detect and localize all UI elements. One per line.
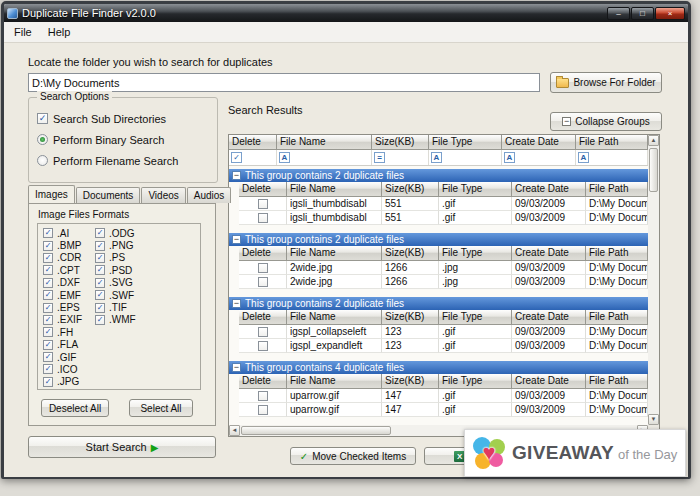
giveaway-banner[interactable]: ♥ GIVEAWAY of the Day — [464, 429, 686, 477]
checkbox-checked[interactable]: ✓ — [43, 327, 53, 337]
delete-checkbox[interactable] — [258, 263, 268, 273]
column-header-filetype[interactable]: File Type — [439, 246, 512, 261]
tab-audios[interactable]: Audios — [187, 187, 232, 203]
collapse-group-icon[interactable]: − — [232, 235, 241, 244]
delete-checkbox[interactable] — [258, 327, 268, 337]
format-item-jpg[interactable]: ✓.JPG — [43, 376, 82, 388]
column-header-filepath[interactable]: File Path — [576, 135, 648, 150]
format-item-fh[interactable]: ✓.FH — [43, 326, 82, 338]
column-header-sizekb[interactable]: Size(KB) — [382, 182, 439, 197]
checkbox-checked[interactable]: ✓ — [95, 253, 105, 263]
option-perform-binary-search[interactable]: Perform Binary Search — [37, 129, 213, 150]
column-header-filepath[interactable]: File Path — [586, 246, 648, 261]
collapse-groups-button[interactable]: − Collapse Groups — [550, 112, 662, 131]
column-header-delete[interactable]: Delete — [239, 310, 287, 325]
tab-documents[interactable]: Documents — [76, 187, 141, 203]
format-item-ico[interactable]: ✓.ICO — [43, 363, 82, 375]
format-item-exif[interactable]: ✓.EXIF — [43, 314, 82, 326]
column-header-filetype[interactable]: File Type — [439, 374, 512, 389]
filter-cell-2[interactable]: = — [372, 150, 429, 165]
tab-videos[interactable]: Videos — [141, 187, 185, 203]
column-header-delete[interactable]: Delete — [239, 182, 287, 197]
column-header-createdate[interactable]: Create Date — [512, 246, 586, 261]
column-header-sizekb[interactable]: Size(KB) — [382, 374, 439, 389]
file-row[interactable]: 2wide.jpg1266.jpg09/03/2009D:\My Docume — [239, 275, 648, 289]
filter-cell-3[interactable]: A — [429, 150, 502, 165]
column-header-filename[interactable]: File Name — [287, 182, 382, 197]
group-header-bar[interactable]: −This group contains 4 duplicate files — [229, 361, 648, 374]
file-row[interactable]: 2wide.jpg1266.jpg09/03/2009D:\My Docume — [239, 261, 648, 275]
checkbox-checked[interactable]: ✓ — [43, 377, 53, 387]
column-header-filename[interactable]: File Name — [287, 310, 382, 325]
format-item-ai[interactable]: ✓.AI — [43, 227, 82, 239]
group-header-bar[interactable]: −This group contains 2 duplicate files — [229, 233, 648, 246]
checkbox-checked[interactable]: ✓ — [43, 315, 53, 325]
checkbox-checked[interactable]: ✓ — [43, 340, 53, 350]
option-perform-filename-search[interactable]: Perform Filename Search — [37, 150, 213, 171]
format-item-ps[interactable]: ✓.PS — [95, 252, 136, 264]
column-header-sizekb[interactable]: Size(KB) — [382, 310, 439, 325]
delete-checkbox[interactable] — [258, 405, 268, 415]
checkbox-checked[interactable]: ✓ — [95, 315, 105, 325]
vertical-scrollbar[interactable]: ▲ ▼ — [648, 135, 659, 425]
delete-checkbox[interactable] — [258, 199, 268, 209]
checkbox-checked[interactable]: ✓ — [95, 303, 105, 313]
radio-unselected[interactable] — [37, 155, 48, 166]
checkbox-checked[interactable]: ✓ — [43, 228, 53, 238]
file-row[interactable]: uparrow.gif147.gif09/03/2009D:\My Docume — [239, 389, 648, 403]
radio-selected[interactable] — [37, 134, 48, 145]
format-item-cpt[interactable]: ✓.CPT — [43, 264, 82, 276]
scroll-up-button[interactable]: ▲ — [648, 135, 659, 146]
file-row[interactable]: igspl_collapseleft123.gif09/03/2009D:\My… — [239, 325, 648, 339]
format-item-bmp[interactable]: ✓.BMP — [43, 239, 82, 251]
file-row[interactable]: igspl_expandleft123.gif09/03/2009D:\My D… — [239, 339, 648, 353]
filter-cell-5[interactable]: A — [576, 150, 648, 165]
option-search-sub-directories[interactable]: ✓Search Sub Directories — [37, 108, 213, 129]
column-header-filepath[interactable]: File Path — [586, 374, 648, 389]
menu-file[interactable]: File — [6, 24, 40, 40]
filter-cell-1[interactable]: A — [277, 150, 372, 165]
filter-cell-4[interactable]: A — [502, 150, 576, 165]
column-header-filename[interactable]: File Name — [287, 246, 382, 261]
checkbox-checked[interactable]: ✓ — [95, 265, 105, 275]
titlebar[interactable]: Duplicate File Finder v2.0.0 – □ × — [4, 4, 688, 22]
file-row[interactable]: igsli_thumbdisabl551.gif09/03/2009D:\My … — [239, 197, 648, 211]
group-header-bar[interactable]: −This group contains 2 duplicate files — [229, 169, 648, 182]
column-header-filename[interactable]: File Name — [287, 374, 382, 389]
format-item-fla[interactable]: ✓.FLA — [43, 339, 82, 351]
delete-checkbox[interactable] — [258, 213, 268, 223]
delete-checkbox[interactable] — [258, 277, 268, 287]
delete-checkbox[interactable] — [258, 391, 268, 401]
column-header-delete[interactable]: Delete — [239, 246, 287, 261]
column-header-createdate[interactable]: Create Date — [512, 182, 586, 197]
checkbox-checked[interactable]: ✓ — [43, 253, 53, 263]
menu-help[interactable]: Help — [40, 24, 79, 40]
column-header-filepath[interactable]: File Path — [586, 182, 648, 197]
column-header-filetype[interactable]: File Type — [439, 310, 512, 325]
format-item-png[interactable]: ✓.PNG — [95, 239, 136, 251]
checkbox-checked[interactable]: ✓ — [43, 352, 53, 362]
column-header-sizekb[interactable]: Size(KB) — [372, 135, 429, 150]
file-row[interactable]: uparrow.gif147.gif09/03/2009D:\My Docume — [239, 403, 648, 417]
checkbox-checked[interactable]: ✓ — [95, 290, 105, 300]
start-search-button[interactable]: Start Search ▶ — [28, 436, 216, 458]
column-header-sizekb[interactable]: Size(KB) — [382, 246, 439, 261]
scroll-down-button[interactable]: ▼ — [648, 414, 659, 425]
collapse-group-icon[interactable]: − — [232, 363, 241, 372]
format-item-dxf[interactable]: ✓.DXF — [43, 277, 82, 289]
checkbox-checked[interactable]: ✓ — [43, 265, 53, 275]
vertical-scroll-thumb[interactable] — [649, 148, 658, 192]
format-item-eps[interactable]: ✓.EPS — [43, 301, 82, 313]
checkbox-checked[interactable]: ✓ — [43, 278, 53, 288]
column-header-filepath[interactable]: File Path — [586, 310, 648, 325]
collapse-group-icon[interactable]: − — [232, 299, 241, 308]
scroll-left-button[interactable]: ◄ — [229, 425, 240, 436]
column-header-filetype[interactable]: File Type — [429, 135, 502, 150]
format-item-gif[interactable]: ✓.GIF — [43, 351, 82, 363]
column-header-delete[interactable]: Delete — [239, 374, 287, 389]
filter-cell-0[interactable]: ✓ — [229, 150, 277, 165]
file-row[interactable]: igsli_thumbdisabl551.gif09/03/2009D:\My … — [239, 211, 648, 225]
format-item-wmf[interactable]: ✓.WMF — [95, 314, 136, 326]
group-header-bar[interactable]: −This group contains 2 duplicate files — [229, 297, 648, 310]
checkbox-checked[interactable]: ✓ — [37, 113, 48, 124]
